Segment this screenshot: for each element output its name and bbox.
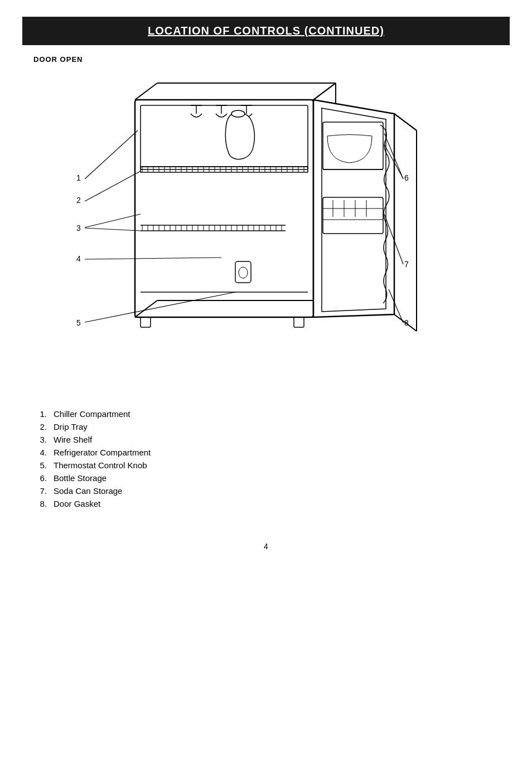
page-header: LOCATION OF CONTROLS (CONTINUED)	[22, 17, 510, 45]
part-number: 6.	[33, 473, 47, 483]
list-item: 2.Drip Tray	[33, 422, 499, 431]
section-label: DOOR OPEN	[33, 55, 532, 64]
part-number: 3.	[33, 435, 47, 444]
svg-rect-81	[235, 261, 251, 283]
svg-text:8: 8	[404, 318, 409, 327]
page: LOCATION OF CONTROLS (CONTINUED) DOOR OP…	[0, 17, 532, 776]
svg-text:2: 2	[76, 196, 81, 205]
part-label: Door Gasket	[54, 499, 100, 508]
list-item: 7.Soda Can Storage	[33, 486, 499, 496]
svg-text:1: 1	[76, 173, 81, 182]
part-number: 2.	[33, 422, 47, 431]
part-number: 4.	[33, 448, 47, 457]
svg-line-6	[135, 300, 157, 317]
refrigerator-diagram: 1 2 3 4 5 6 7 8	[49, 69, 483, 381]
svg-line-97	[85, 171, 141, 201]
list-item: 8.Door Gasket	[33, 499, 499, 508]
svg-text:6: 6	[404, 173, 409, 182]
svg-rect-10	[141, 317, 151, 327]
svg-line-95	[85, 130, 138, 179]
svg-line-87	[313, 83, 336, 100]
list-item: 3.Wire Shelf	[33, 435, 499, 444]
svg-rect-13	[141, 105, 308, 169]
svg-text:3: 3	[76, 224, 81, 232]
part-label: Wire Shelf	[54, 435, 92, 444]
parts-list: 1.Chiller Compartment2.Drip Tray3.Wire S…	[33, 409, 499, 508]
part-label: Soda Can Storage	[54, 486, 122, 496]
part-number: 7.	[33, 486, 47, 496]
svg-line-1	[135, 83, 157, 100]
diagram-area: 1 2 3 4 5 6 7 8	[0, 69, 532, 392]
page-number: 4	[0, 542, 532, 551]
svg-text:4: 4	[76, 254, 81, 263]
list-item: 6.Bottle Storage	[33, 473, 499, 483]
part-label: Chiller Compartment	[54, 409, 130, 419]
part-label: Bottle Storage	[54, 473, 107, 483]
svg-line-99	[85, 214, 141, 227]
svg-text:5: 5	[76, 318, 81, 327]
page-title: LOCATION OF CONTROLS (CONTINUED)	[148, 25, 384, 37]
part-label: Thermostat Control Knob	[54, 460, 147, 470]
svg-line-88	[394, 114, 417, 130]
list-item: 1.Chiller Compartment	[33, 409, 499, 419]
list-item: 5.Thermostat Control Knob	[33, 460, 499, 470]
part-label: Refrigerator Compartment	[54, 448, 151, 457]
svg-text:7: 7	[404, 260, 409, 269]
part-number: 5.	[33, 460, 47, 470]
svg-line-102	[85, 258, 221, 259]
svg-rect-11	[294, 317, 304, 327]
list-item: 4.Refrigerator Compartment	[33, 448, 499, 457]
part-number: 1.	[33, 409, 47, 419]
svg-rect-91	[323, 197, 383, 234]
part-number: 8.	[33, 499, 47, 508]
part-label: Drip Tray	[54, 422, 88, 431]
svg-point-21	[231, 110, 245, 117]
svg-line-100	[85, 228, 141, 231]
